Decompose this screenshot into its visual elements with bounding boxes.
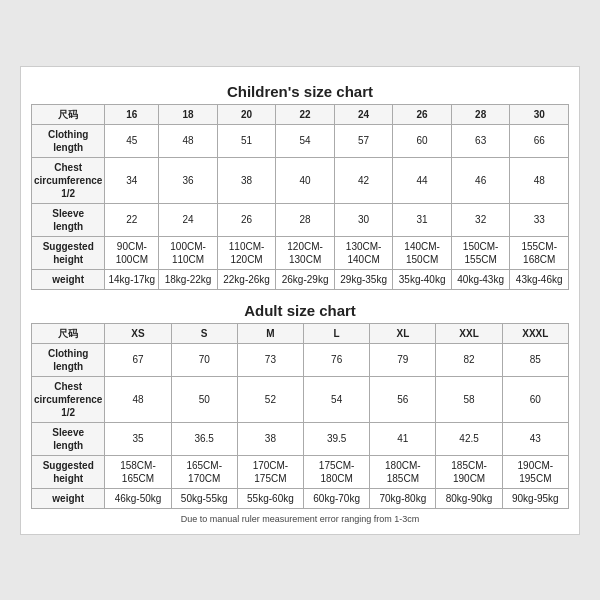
cell-0-5: 60 — [393, 124, 452, 157]
cell-3-4: 130CM-140CM — [334, 236, 393, 269]
cell-1-5: 44 — [393, 157, 452, 203]
col-header-6: 26 — [393, 104, 452, 124]
cell-0-7: 66 — [510, 124, 569, 157]
cell-4-2: 55kg-60kg — [237, 488, 303, 508]
col-header-1: XS — [105, 323, 171, 343]
cell-3-1: 165CM-170CM — [171, 455, 237, 488]
cell-2-4: 30 — [334, 203, 393, 236]
cell-4-4: 29kg-35kg — [334, 269, 393, 289]
children-title: Children's size chart — [31, 83, 569, 100]
cell-4-1: 50kg-55kg — [171, 488, 237, 508]
cell-2-6: 32 — [451, 203, 510, 236]
cell-4-2: 22kg-26kg — [217, 269, 276, 289]
cell-0-0: 45 — [105, 124, 159, 157]
cell-2-1: 36.5 — [171, 422, 237, 455]
table-row: Suggested height90CM-100CM100CM-110CM110… — [32, 236, 569, 269]
cell-2-7: 33 — [510, 203, 569, 236]
col-header-3: 20 — [217, 104, 276, 124]
cell-3-6: 190CM-195CM — [502, 455, 568, 488]
cell-1-0: 34 — [105, 157, 159, 203]
cell-0-5: 82 — [436, 343, 502, 376]
row-label-3: Suggested height — [32, 236, 105, 269]
cell-4-0: 14kg-17kg — [105, 269, 159, 289]
col-header-5: 24 — [334, 104, 393, 124]
cell-2-6: 43 — [502, 422, 568, 455]
cell-0-1: 70 — [171, 343, 237, 376]
chart-container: Children's size chart 尺码1618202224262830… — [20, 66, 580, 535]
cell-3-3: 120CM-130CM — [276, 236, 335, 269]
cell-1-6: 46 — [451, 157, 510, 203]
cell-0-0: 67 — [105, 343, 171, 376]
table-row: Clothing length67707376798285 — [32, 343, 569, 376]
col-header-8: 30 — [510, 104, 569, 124]
cell-2-5: 42.5 — [436, 422, 502, 455]
row-label-3: Suggested height — [32, 455, 105, 488]
adult-table: 尺码XSSMLXLXXLXXXL Clothing length67707376… — [31, 323, 569, 509]
cell-3-7: 155CM-168CM — [510, 236, 569, 269]
cell-1-1: 36 — [159, 157, 218, 203]
col-header-2: S — [171, 323, 237, 343]
cell-4-4: 70kg-80kg — [370, 488, 436, 508]
col-header-4: 22 — [276, 104, 335, 124]
cell-4-3: 26kg-29kg — [276, 269, 335, 289]
cell-3-4: 180CM-185CM — [370, 455, 436, 488]
cell-2-2: 26 — [217, 203, 276, 236]
row-label-1: Chest circumference 1/2 — [32, 157, 105, 203]
row-label-1: Chest circumference 1/2 — [32, 376, 105, 422]
col-header-7: XXXL — [502, 323, 568, 343]
table-row: weight46kg-50kg50kg-55kg55kg-60kg60kg-70… — [32, 488, 569, 508]
table-row: Sleeve length2224262830313233 — [32, 203, 569, 236]
table-row: Clothing length4548515457606366 — [32, 124, 569, 157]
cell-4-6: 90kg-95kg — [502, 488, 568, 508]
col-header-2: 18 — [159, 104, 218, 124]
cell-4-6: 40kg-43kg — [451, 269, 510, 289]
cell-1-1: 50 — [171, 376, 237, 422]
cell-1-4: 56 — [370, 376, 436, 422]
cell-1-0: 48 — [105, 376, 171, 422]
cell-0-3: 54 — [276, 124, 335, 157]
cell-4-5: 80kg-90kg — [436, 488, 502, 508]
cell-4-0: 46kg-50kg — [105, 488, 171, 508]
cell-3-0: 90CM-100CM — [105, 236, 159, 269]
col-header-4: L — [304, 323, 370, 343]
row-label-0: Clothing length — [32, 124, 105, 157]
cell-4-5: 35kg-40kg — [393, 269, 452, 289]
cell-0-6: 85 — [502, 343, 568, 376]
cell-0-4: 79 — [370, 343, 436, 376]
table-row: weight14kg-17kg18kg-22kg22kg-26kg26kg-29… — [32, 269, 569, 289]
col-header-6: XXL — [436, 323, 502, 343]
cell-1-6: 60 — [502, 376, 568, 422]
cell-0-3: 76 — [304, 343, 370, 376]
cell-4-1: 18kg-22kg — [159, 269, 218, 289]
cell-0-6: 63 — [451, 124, 510, 157]
table-row: Chest circumference 1/248505254565860 — [32, 376, 569, 422]
cell-3-3: 175CM-180CM — [304, 455, 370, 488]
cell-3-2: 110CM-120CM — [217, 236, 276, 269]
cell-1-3: 54 — [304, 376, 370, 422]
cell-3-2: 170CM-175CM — [237, 455, 303, 488]
row-label-0: Clothing length — [32, 343, 105, 376]
row-label-4: weight — [32, 269, 105, 289]
row-label-2: Sleeve length — [32, 422, 105, 455]
cell-1-5: 58 — [436, 376, 502, 422]
table-row: Chest circumference 1/23436384042444648 — [32, 157, 569, 203]
table-row: Suggested height158CM-165CM165CM-170CM17… — [32, 455, 569, 488]
row-label-4: weight — [32, 488, 105, 508]
cell-3-5: 140CM-150CM — [393, 236, 452, 269]
cell-1-4: 42 — [334, 157, 393, 203]
cell-1-3: 40 — [276, 157, 335, 203]
col-header-1: 16 — [105, 104, 159, 124]
cell-3-5: 185CM-190CM — [436, 455, 502, 488]
disclaimer: Due to manual ruler measurement error ra… — [31, 514, 569, 524]
cell-3-1: 100CM-110CM — [159, 236, 218, 269]
cell-0-4: 57 — [334, 124, 393, 157]
table-row: Sleeve length3536.53839.54142.543 — [32, 422, 569, 455]
children-table: 尺码1618202224262830 Clothing length454851… — [31, 104, 569, 290]
row-label-2: Sleeve length — [32, 203, 105, 236]
cell-2-3: 28 — [276, 203, 335, 236]
cell-0-1: 48 — [159, 124, 218, 157]
cell-2-0: 35 — [105, 422, 171, 455]
cell-2-2: 38 — [237, 422, 303, 455]
col-header-7: 28 — [451, 104, 510, 124]
cell-4-7: 43kg-46kg — [510, 269, 569, 289]
